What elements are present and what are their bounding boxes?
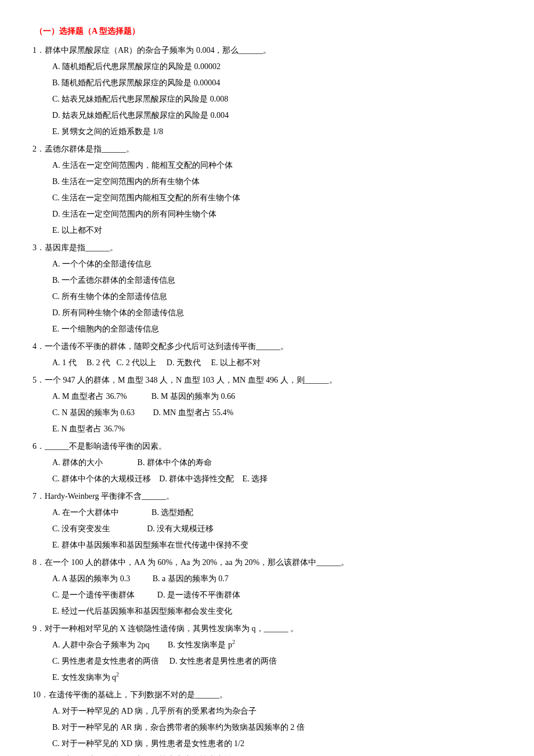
option: E. 一个细胞内的全部遗传信息 <box>52 321 505 337</box>
question-stem: 2．孟德尔群体是指______。 <box>29 141 505 157</box>
question-stem: 3．基因库是指______。 <box>29 240 505 256</box>
question-options: A. 人群中杂合子频率为 2pq B. 女性发病率是 p2C. 男性患者是女性患… <box>29 637 505 686</box>
question-stem: 7．Hardy-Weinberg 平衡律不含______。 <box>29 488 505 505</box>
option: D. 对于一种罕见的 XR 病，男性患者为女性患者的 1/q <box>52 752 505 756</box>
option: C. 对于一种罕见的 XD 病，男性患者是女性患者的 1/2 <box>52 736 505 752</box>
option-row: A. M 血型者占 36.7% B. M 基因的频率为 0.66 <box>52 388 505 405</box>
option: D. 生活在一定空间范围内的所有同种生物个体 <box>52 206 505 222</box>
option-row: E. 经过一代后基因频率和基因型频率都会发生变化 <box>52 603 505 620</box>
question-options: A. M 血型者占 36.7% B. M 基因的频率为 0.66C. N 基因的… <box>29 388 505 437</box>
question-options: A. 1 代 B. 2 代 C. 2 代以上 D. 无数代 E. 以上都不对 <box>29 355 505 371</box>
option: B. 对于一种罕见的 AR 病，杂合携带者的频率约为致病基因频率的 2 倍 <box>52 719 505 736</box>
option: C. 所有生物个体的全部遗传信息 <box>52 289 505 305</box>
question: 9．对于一种相对罕见的 X 连锁隐性遗传病，其男性发病率为 q，______ 。… <box>29 621 505 686</box>
question: 1．群体中尿黑酸尿症（AR）的杂合子频率为 0.004，那么______。A. … <box>29 42 505 140</box>
section-title: （一）选择题（A 型选择题） <box>35 23 505 39</box>
option-row: E. N 血型者占 36.7% <box>52 421 505 437</box>
question-stem: 8．在一个 100 人的群体中，AA 为 60%，Aa 为 20%，aa 为 2… <box>29 555 505 571</box>
option: B. 生活在一定空间范围内的所有生物个体 <box>52 174 505 190</box>
question-stem: 9．对于一种相对罕见的 X 连锁隐性遗传病，其男性发病率为 q，______ 。 <box>29 621 505 637</box>
option: A. 生活在一定空间范围内，能相互交配的同种个体 <box>52 157 505 174</box>
question: 7．Hardy-Weinberg 平衡律不含______。A. 在一个大群体中 … <box>29 488 505 553</box>
question: 2．孟德尔群体是指______。A. 生活在一定空间范围内，能相互交配的同种个体… <box>29 141 505 239</box>
questions-container: 1．群体中尿黑酸尿症（AR）的杂合子频率为 0.004，那么______。A. … <box>29 42 505 756</box>
question-options: A. 对于一种罕见的 AD 病，几乎所有的受累者均为杂合子B. 对于一种罕见的 … <box>29 703 505 756</box>
option-row: E. 女性发病率为 q2 <box>52 669 505 686</box>
option: D. 所有同种生物个体的全部遗传信息 <box>52 305 505 321</box>
option-row: C. 男性患者是女性患者的两倍 D. 女性患者是男性患者的两倍 <box>52 653 505 669</box>
option: C. 生活在一定空间范围内能相互交配的所有生物个体 <box>52 190 505 206</box>
option-row: C. 没有突变发生 D. 没有大规模迁移 <box>52 521 505 537</box>
option: B. 随机婚配后代患尿黑酸尿症的风险是 0.00004 <box>52 75 505 91</box>
question-options: A. 生活在一定空间范围内，能相互交配的同种个体B. 生活在一定空间范围内的所有… <box>29 157 505 239</box>
question-options: A. 随机婚配后代患尿黑酸尿症的风险是 0.00002B. 随机婚配后代患尿黑酸… <box>29 59 505 140</box>
option: C. 姑表兄妹婚配后代患尿黑酸尿症的风险是 0.008 <box>52 91 505 107</box>
question-stem: 6．______不是影响遗传平衡的因素。 <box>29 438 505 455</box>
option: A. 对于一种罕见的 AD 病，几乎所有的受累者均为杂合子 <box>52 703 505 719</box>
option: D. 姑表兄妹婚配后代患尿黑酸尿症的风险是 0.004 <box>52 107 505 124</box>
question: 6．______不是影响遗传平衡的因素。A. 群体的大小 B. 群体中个体的寿命… <box>29 438 505 487</box>
question-options: A. A 基因的频率为 0.3 B. a 基因的频率为 0.7C. 是一个遗传平… <box>29 571 505 620</box>
option-row: E. 群体中基因频率和基因型频率在世代传递中保持不变 <box>52 537 505 553</box>
option-row: A. A 基因的频率为 0.3 B. a 基因的频率为 0.7 <box>52 571 505 587</box>
option: A. 一个个体的全部遗传信息 <box>52 256 505 272</box>
question-stem: 10．在遗传平衡的基础上，下列数据不对的是______。 <box>29 687 505 703</box>
option-row: C. 是一个遗传平衡群体 D. 是一遗传不平衡群体 <box>52 587 505 603</box>
option-row: C. 群体中个体的大规模迁移 D. 群体中选择性交配 E. 选择 <box>52 471 505 487</box>
question-stem: 4．一个遗传不平衡的群体，随即交配多少代后可达到遗传平衡______。 <box>29 339 505 355</box>
question-stem: 1．群体中尿黑酸尿症（AR）的杂合子频率为 0.004，那么______。 <box>29 42 505 59</box>
question: 5．一个 947 人的群体，M 血型 348 人，N 血型 103 人，MN 血… <box>29 372 505 437</box>
option-row: A. 人群中杂合子频率为 2pq B. 女性发病率是 p2 <box>52 637 505 653</box>
question: 8．在一个 100 人的群体中，AA 为 60%，Aa 为 20%，aa 为 2… <box>29 555 505 620</box>
question-options: A. 群体的大小 B. 群体中个体的寿命C. 群体中个体的大规模迁移 D. 群体… <box>29 455 505 487</box>
option-row: C. N 基因的频率为 0.63 D. MN 血型者占 55.4% <box>52 405 505 421</box>
option: E. 舅甥女之间的近婚系数是 1/8 <box>52 124 505 140</box>
option-row: A. 群体的大小 B. 群体中个体的寿命 <box>52 455 505 471</box>
question-options: A. 一个个体的全部遗传信息B. 一个孟德尔群体的全部遗传信息C. 所有生物个体… <box>29 256 505 337</box>
option: B. 一个孟德尔群体的全部遗传信息 <box>52 272 505 289</box>
option: E. 以上都不对 <box>52 222 505 239</box>
question-stem: 5．一个 947 人的群体，M 血型 348 人，N 血型 103 人，MN 血… <box>29 372 505 388</box>
question: 3．基因库是指______。A. 一个个体的全部遗传信息B. 一个孟德尔群体的全… <box>29 240 505 337</box>
question-options: A. 在一个大群体中 B. 选型婚配C. 没有突变发生 D. 没有大规模迁移E.… <box>29 505 505 553</box>
option: A. 随机婚配后代患尿黑酸尿症的风险是 0.00002 <box>52 59 505 75</box>
question: 4．一个遗传不平衡的群体，随即交配多少代后可达到遗传平衡______。A. 1 … <box>29 339 505 371</box>
question: 10．在遗传平衡的基础上，下列数据不对的是______。A. 对于一种罕见的 A… <box>29 687 505 756</box>
option-row: A. 在一个大群体中 B. 选型婚配 <box>52 505 505 521</box>
